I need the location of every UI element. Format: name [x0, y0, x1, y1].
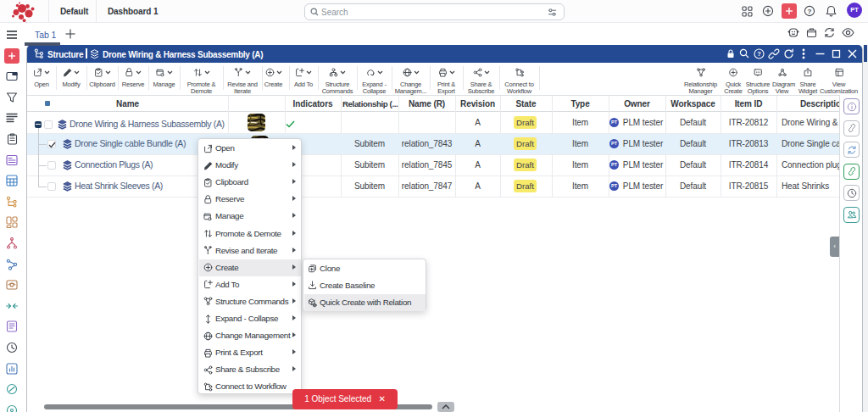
- svg-text:?: ?: [808, 8, 812, 15]
- svg-text:?: ?: [757, 50, 761, 58]
